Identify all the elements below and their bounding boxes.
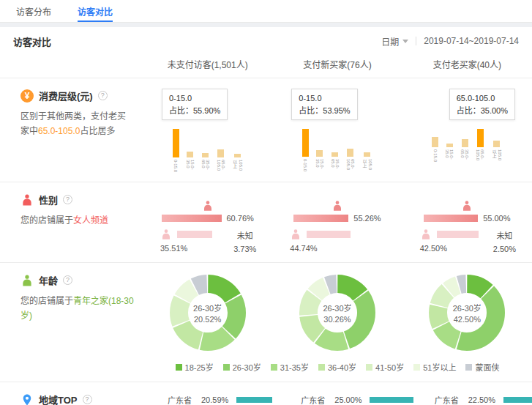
bar-column: 0-15.0 xyxy=(302,129,309,172)
male-percent: 35.51% xyxy=(160,244,212,253)
bar-axis-label: 15.0-35.0 xyxy=(186,160,195,173)
age-donuts: 26-30岁20.52%26-30岁30.26%26-30岁42.50% xyxy=(143,273,532,351)
region-cell: 广东省22.50%福建省11.00% xyxy=(410,393,532,405)
label-head: 年龄 ? xyxy=(20,273,134,287)
row-title-consumption: 消费层级(元) xyxy=(39,89,93,103)
female-icon xyxy=(461,200,473,212)
money-icon: ¥ xyxy=(20,89,34,103)
consumption-charts: 0-15.0占比：55.90%0-15.015.0-35.035.0-65.06… xyxy=(143,89,532,173)
legend-label: 18-25岁 xyxy=(185,361,214,373)
bar-column: 15.0-35.0 xyxy=(445,144,454,163)
bar-axis-label: 35.0-65.0 xyxy=(201,160,210,173)
gender-cell: 55.00%42.50%未知2.50% xyxy=(402,193,532,253)
donut-chart xyxy=(170,275,246,351)
legend-label: 41-50岁 xyxy=(375,361,404,373)
male-icon xyxy=(290,228,301,240)
help-icon[interactable]: ? xyxy=(98,91,108,100)
page-title: 访客对比 xyxy=(13,34,51,48)
date-dropdown-label: 日期 xyxy=(381,35,399,48)
bar-column: 65.0-105.0 xyxy=(217,149,225,173)
tab-visitor-distribution[interactable]: 访客分布 xyxy=(16,0,51,22)
bar-axis-label: 65.0-105.0 xyxy=(346,159,355,172)
legend-item: 蒙面侠 xyxy=(465,361,499,373)
bar-axis-label: 0-15.0 xyxy=(433,149,438,163)
help-icon[interactable]: ? xyxy=(63,275,72,285)
column-headers: 未支付访客(1,501人)支付新买家(76人)支付老买家(40人) xyxy=(0,55,532,78)
male-bar-row xyxy=(160,228,212,240)
male-block: 42.50% xyxy=(420,228,479,253)
unknown-label: 未知 xyxy=(233,229,256,241)
desc-text: 占比居多 xyxy=(80,126,115,136)
date-dropdown[interactable]: 日期 xyxy=(381,35,408,48)
donut-chart xyxy=(429,275,505,351)
age-main: 26-30岁20.52%26-30岁30.26%26-30岁42.50% 18-… xyxy=(143,273,532,373)
legend-label: 26-30岁 xyxy=(233,361,261,373)
desc-text: 您的店铺属于 xyxy=(20,215,73,226)
male-bar xyxy=(177,231,212,238)
bar xyxy=(173,129,179,157)
bar-chart: 0-15.015.0-35.035.0-65.065.0-105.0105.0以… xyxy=(173,129,243,173)
tab-visitor-compare[interactable]: 访客对比 xyxy=(78,0,113,22)
male-percent: 44.74% xyxy=(290,244,351,253)
legend-swatch xyxy=(465,364,472,371)
consumption-chart: 0-15.0占比：53.95%0-15.015.0-35.035.0-65.06… xyxy=(272,89,402,173)
male-bar-row xyxy=(420,228,479,240)
legend-item: 31-35岁 xyxy=(271,361,309,373)
help-icon[interactable]: ? xyxy=(83,395,92,404)
bar xyxy=(187,152,193,157)
column-header-1: 支付新买家(76人) xyxy=(272,58,402,70)
province-percent: 25.00% xyxy=(334,395,370,404)
donut-wrap: 26-30岁30.26% xyxy=(299,275,375,351)
bar xyxy=(432,137,438,147)
bar-column: 35.0-65.0 xyxy=(201,153,210,173)
panel-header: 访客对比 日期 2019-07-14~2019-07-14 xyxy=(0,27,532,55)
female-icon-row xyxy=(402,200,532,212)
tooltip-share: 占比：53.95% xyxy=(299,105,350,117)
legend-swatch xyxy=(318,364,325,371)
male-bar xyxy=(307,231,351,238)
bar xyxy=(462,139,468,147)
gender-cell: 60.76%35.51%未知3.73% xyxy=(143,193,272,253)
female-bar xyxy=(162,215,222,222)
bar xyxy=(302,129,309,157)
province-percent: 20.59% xyxy=(201,395,236,404)
tooltip-range: 0-15.0 xyxy=(299,92,350,105)
tooltip-range: 0-15.0 xyxy=(169,92,220,105)
gender-bottom: 35.51%未知3.73% xyxy=(143,223,272,253)
province-name: 广东省 xyxy=(301,394,334,405)
date-range[interactable]: 2019-07-14~2019-07-14 xyxy=(424,36,519,46)
female-percent: 60.76% xyxy=(227,214,254,223)
bar-axis-label: 65.0-105.0 xyxy=(476,149,484,163)
bar-axis-label: 65.0-105.0 xyxy=(217,160,225,173)
bar-column: 35.0-65.0 xyxy=(460,139,469,163)
region-row: 广东省25.00% xyxy=(276,394,409,405)
bar-column: 105.0以上 xyxy=(232,154,243,173)
unknown-label: 未知 xyxy=(493,229,516,241)
visitor-compare-panel: 访客对比 日期 2019-07-14~2019-07-14 未支付访客(1,50… xyxy=(0,27,532,405)
female-bar xyxy=(293,215,348,222)
desc-highlight: 女人频道 xyxy=(73,215,108,226)
region-row: 广东省20.59% xyxy=(143,394,276,405)
unknown-percent: 2.50% xyxy=(493,245,516,253)
gender-cell: 55.26%44.74% xyxy=(272,193,402,253)
row-title-age: 年龄 xyxy=(39,273,58,287)
donut-chart xyxy=(299,275,375,351)
label-head: 性别 ? xyxy=(20,193,134,207)
desc-text: 您的店铺属于 xyxy=(20,296,73,306)
male-block: 35.51% xyxy=(160,228,212,253)
bar-column: 0-15.0 xyxy=(173,129,179,173)
bar xyxy=(217,149,224,157)
row-title-gender: 性别 xyxy=(39,193,58,207)
female-icon xyxy=(202,200,214,212)
region-label: 地域TOP ? 您的访客聚集在广东省 xyxy=(0,393,143,405)
help-icon[interactable]: ? xyxy=(63,195,72,204)
consumption-chart: 0-15.0占比：55.90%0-15.015.0-35.035.0-65.06… xyxy=(143,89,272,173)
male-icon xyxy=(420,228,432,240)
gender-bottom: 44.74% xyxy=(272,223,402,253)
bar xyxy=(347,149,353,157)
tooltip-share: 占比：35.00% xyxy=(457,105,508,117)
donut-wrap: 26-30岁42.50% xyxy=(429,275,505,351)
region-row: 地域TOP ? 您的访客聚集在广东省 广东省20.59%浙江省11.06%广东省… xyxy=(0,382,532,405)
bar xyxy=(477,129,484,147)
location-pin-icon xyxy=(20,393,34,405)
